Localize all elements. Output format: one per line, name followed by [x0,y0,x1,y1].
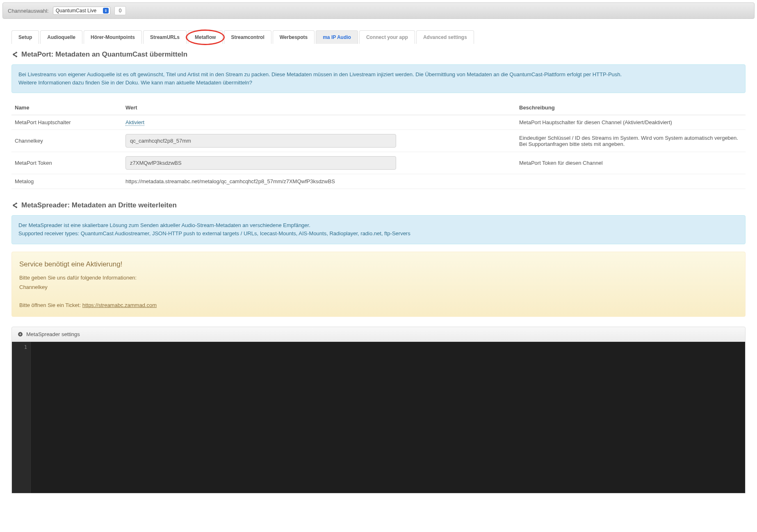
tabs: Setup Audioquelle Hörer-Mountpoints Stre… [11,30,746,44]
warning-line2: Channelkey [19,283,738,292]
tab-ma-ip-audio[interactable]: ma IP Audio [316,30,358,44]
hauptschalter-toggle[interactable]: Aktiviert [125,119,144,126]
share-icon [11,202,18,209]
code-editor[interactable]: 1 [11,342,746,493]
row-hauptschalter-name: MetaPort Hauptschalter [11,115,122,130]
row-token-name: MetaPort Token [11,152,122,174]
tab-advanced-settings[interactable]: Advanced settings [416,30,474,44]
table-row: Metalog https://metadata.streamabc.net/m… [11,174,746,189]
tab-hoerer-mountpoints[interactable]: Hörer-Mountpoints [84,30,142,44]
tab-streamurls[interactable]: StreamURLs [143,30,187,44]
warning-line3-prefix: Bitte öffnen Sie ein Ticket: [19,302,82,308]
editor-gutter: 1 [12,342,31,493]
tab-metaflow[interactable]: Metaflow [188,30,223,44]
table-row: MetaPort Hauptschalter Aktiviert MetaPor… [11,115,746,130]
tab-setup[interactable]: Setup [11,30,39,44]
metaport-heading: MetaPort: Metadaten an QuantumCast überm… [11,50,746,59]
metaspreader-info-line2: Supported receiver types: QuantumCast Au… [18,230,739,238]
tab-connect-your-app[interactable]: Connect your app [359,30,415,44]
activation-warning: Service benötigt eine Aktivierung! Bitte… [11,252,746,317]
warning-ticket-link[interactable]: https://streamabc.zammad.com [82,302,157,308]
topbar: Channelauswahl: QuantumCast Live 0 [2,2,755,19]
metaspreader-info-box: Der MetaSpreader ist eine skalierbare Lö… [11,215,746,244]
row-metalog-value: https://metadata.streamabc.net/metalog/q… [122,174,516,189]
table-row: Channelkey Eindeutiger Schlüssel / ID de… [11,130,746,152]
gutter-line-number: 1 [15,344,27,350]
metaport-table: Name Wert Beschreibung MetaPort Hauptsch… [11,100,746,189]
row-token-desc: MetaPort Token für diesen Channel [516,152,746,174]
metaport-info-line2a: Weitere Informationen dazu finden Sie in… [18,80,141,86]
warning-line1: Bitte geben Sie uns dafür folgende Infor… [19,273,738,282]
row-hauptschalter-desc: MetaPort Hauptschalter für diesen Channe… [516,115,746,130]
col-wert: Wert [122,100,516,115]
row-metalog-desc [516,174,746,189]
metaspreader-info-line1: Der MetaSpreader ist eine skalierbare Lö… [18,221,739,230]
row-channelkey-desc: Eindeutiger Schlüssel / ID des Streams i… [516,130,746,152]
col-beschreibung: Beschreibung [516,100,746,115]
metaspreader-heading: MetaSpreader: Metadaten an Dritte weiter… [11,201,746,209]
count-badge: 0 [114,6,126,15]
tab-audioquelle[interactable]: Audioquelle [40,30,82,44]
settings-panel-title: MetaSpreader settings [26,331,80,337]
channel-select-label: Channelauswahl: [8,8,49,14]
plus-circle-icon [18,332,23,337]
metaport-heading-text: MetaPort: Metadaten an QuantumCast überm… [21,50,187,59]
row-channelkey-name: Channelkey [11,130,122,152]
token-input[interactable] [125,156,396,170]
metaspreader-heading-text: MetaSpreader: Metadaten an Dritte weiter… [21,201,177,209]
metaport-info-line1: Bei Livestreams von eigener Audioquelle … [18,70,739,79]
channel-select-value: QuantumCast Live [56,8,96,14]
table-row: MetaPort Token MetaPort Token für diesen… [11,152,746,174]
metaport-info-box: Bei Livestreams von eigener Audioquelle … [11,64,746,93]
chevron-updown-icon [103,8,109,14]
col-name: Name [11,100,122,115]
editor-content[interactable] [31,342,745,493]
warning-title: Service benötigt eine Aktivierung! [19,259,738,271]
settings-panel-header[interactable]: MetaSpreader settings [11,327,746,342]
row-metalog-name: Metalog [11,174,122,189]
tab-werbespots[interactable]: Werbespots [273,30,315,44]
channelkey-input[interactable] [125,134,396,148]
channel-select[interactable]: QuantumCast Live [53,7,110,15]
share-icon [11,51,18,58]
tab-streamcontrol[interactable]: Streamcontrol [224,30,271,44]
metaport-info-link[interactable]: Wie kann man aktuelle Metadaten übermitt… [141,80,252,86]
